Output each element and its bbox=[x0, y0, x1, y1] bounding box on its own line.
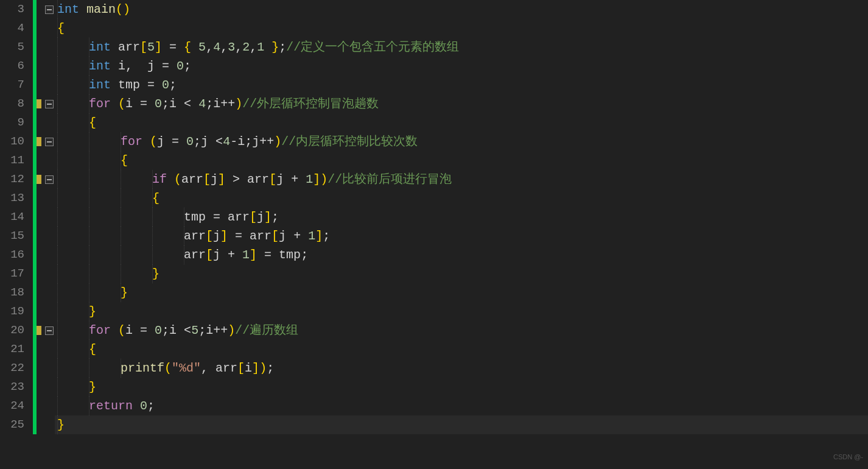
token-br: ( bbox=[164, 361, 172, 375]
fold-gutter[interactable] bbox=[44, 0, 55, 469]
token-id: j bbox=[211, 172, 218, 186]
code-editor[interactable]: 345678910111213141516171819202122232425 … bbox=[0, 0, 868, 469]
token-num: 5 bbox=[191, 323, 198, 337]
code-line[interactable]: tmp = arr[j]; bbox=[55, 208, 868, 227]
code-line[interactable]: } bbox=[55, 302, 868, 321]
code-line[interactable]: { bbox=[55, 113, 868, 132]
fold-cell[interactable] bbox=[44, 57, 55, 76]
code-text: { bbox=[57, 342, 96, 356]
breakpoint-cell[interactable] bbox=[37, 76, 44, 94]
fold-collapse-icon[interactable] bbox=[45, 138, 54, 146]
fold-cell[interactable] bbox=[44, 19, 55, 38]
fold-cell[interactable] bbox=[44, 359, 55, 378]
token-id: arr bbox=[184, 248, 206, 262]
code-line[interactable]: printf("%d", arr[i]); bbox=[55, 359, 868, 378]
fold-collapse-icon[interactable] bbox=[45, 100, 54, 108]
fold-cell[interactable] bbox=[44, 302, 55, 321]
code-line[interactable]: { bbox=[55, 340, 868, 359]
breakpoint-cell[interactable] bbox=[37, 0, 44, 19]
code-line[interactable]: for (i = 0;i <5;i++)//遍历数组 bbox=[55, 321, 868, 340]
fold-cell[interactable] bbox=[44, 340, 55, 359]
breakpoint-cell[interactable] bbox=[37, 227, 44, 245]
fold-cell[interactable] bbox=[44, 415, 55, 434]
breakpoint-cell[interactable] bbox=[37, 189, 44, 208]
breakpoint-cell[interactable] bbox=[37, 397, 44, 415]
token-op: ; bbox=[301, 248, 308, 262]
code-line[interactable]: { bbox=[55, 19, 868, 38]
token-br: ] bbox=[313, 172, 320, 186]
code-text: } bbox=[57, 286, 128, 300]
fold-cell[interactable] bbox=[44, 245, 55, 264]
breakpoint-cell[interactable] bbox=[37, 264, 44, 283]
breakpoint-cell[interactable] bbox=[37, 321, 44, 340]
code-line[interactable]: int i, j = 0; bbox=[55, 57, 868, 76]
breakpoint-cell[interactable] bbox=[37, 151, 44, 170]
breakpoint-gutter[interactable] bbox=[37, 0, 44, 469]
fold-collapse-icon[interactable] bbox=[45, 5, 54, 14]
indent-guide bbox=[89, 38, 89, 57]
code-line[interactable]: int tmp = 0; bbox=[55, 76, 868, 94]
code-line[interactable]: int main() bbox=[55, 0, 868, 19]
fold-cell[interactable] bbox=[44, 321, 55, 340]
breakpoint-cell[interactable] bbox=[37, 38, 44, 57]
code-line[interactable]: arr[j] = arr[j + 1]; bbox=[55, 227, 868, 245]
code-line[interactable]: return 0; bbox=[55, 397, 868, 415]
breakpoint-cell[interactable] bbox=[37, 283, 44, 302]
fold-cell[interactable] bbox=[44, 208, 55, 227]
fold-cell[interactable] bbox=[44, 397, 55, 415]
fold-cell[interactable] bbox=[44, 76, 55, 94]
code-line[interactable]: for (j = 0;j <4-i;j++)//内层循环控制比较次数 bbox=[55, 132, 868, 151]
token-num: 3 bbox=[228, 40, 235, 54]
token-id: j bbox=[147, 59, 155, 73]
line-number-gutter[interactable]: 345678910111213141516171819202122232425 bbox=[0, 0, 33, 469]
fold-collapse-icon[interactable] bbox=[45, 326, 54, 335]
fold-cell[interactable] bbox=[44, 0, 55, 19]
code-line[interactable]: if (arr[j] > arr[j + 1])//比较前后项进行冒泡 bbox=[55, 170, 868, 189]
breakpoint-cell[interactable] bbox=[37, 113, 44, 132]
fold-cell[interactable] bbox=[44, 38, 55, 57]
breakpoint-cell[interactable] bbox=[37, 57, 44, 76]
fold-cell[interactable] bbox=[44, 94, 55, 113]
code-line[interactable]: } bbox=[55, 283, 868, 302]
code-line[interactable]: for (i = 0;i < 4;i++)//外层循环控制冒泡趟数 bbox=[55, 94, 868, 113]
token-op: ; bbox=[162, 323, 169, 337]
token-id: tmp bbox=[184, 210, 206, 224]
fold-cell[interactable] bbox=[44, 151, 55, 170]
fold-cell[interactable] bbox=[44, 189, 55, 208]
fold-cell[interactable] bbox=[44, 170, 55, 189]
breakpoint-cell[interactable] bbox=[37, 19, 44, 38]
breakpoint-cell[interactable] bbox=[37, 208, 44, 227]
breakpoint-cell[interactable] bbox=[37, 245, 44, 264]
fold-cell[interactable] bbox=[44, 227, 55, 245]
indent-guide bbox=[184, 245, 184, 264]
fold-cell[interactable] bbox=[44, 264, 55, 283]
line-number: 18 bbox=[0, 283, 24, 302]
indent-guide bbox=[152, 208, 153, 227]
token-cmt: //比较前后项进行冒泡 bbox=[327, 172, 452, 186]
code-line[interactable]: } bbox=[55, 264, 868, 283]
fold-cell[interactable] bbox=[44, 113, 55, 132]
breakpoint-cell[interactable] bbox=[37, 170, 44, 189]
code-area[interactable]: int main(){int arr[5] = { 5,4,3,2,1 };//… bbox=[55, 0, 868, 469]
token-br: } bbox=[264, 40, 279, 54]
code-line[interactable]: { bbox=[55, 189, 868, 208]
breakpoint-cell[interactable] bbox=[37, 340, 44, 359]
breakpoint-cell[interactable] bbox=[37, 302, 44, 321]
breakpoint-cell[interactable] bbox=[37, 132, 44, 151]
indent-guide bbox=[121, 283, 121, 302]
fold-cell[interactable] bbox=[44, 132, 55, 151]
breakpoint-cell[interactable] bbox=[37, 415, 44, 434]
code-line[interactable]: int arr[5] = { 5,4,3,2,1 };//定义一个包含五个元素的… bbox=[55, 38, 868, 57]
code-line[interactable]: } bbox=[55, 415, 868, 434]
code-line[interactable]: arr[j + 1] = tmp; bbox=[55, 245, 868, 264]
fold-cell[interactable] bbox=[44, 283, 55, 302]
breakpoint-cell[interactable] bbox=[37, 359, 44, 378]
fold-collapse-icon[interactable] bbox=[45, 175, 54, 184]
breakpoint-cell[interactable] bbox=[37, 378, 44, 397]
indent-guide bbox=[57, 321, 58, 340]
fold-cell[interactable] bbox=[44, 378, 55, 397]
token-br: [ bbox=[203, 172, 211, 186]
code-line[interactable]: } bbox=[55, 378, 868, 397]
code-line[interactable]: { bbox=[55, 151, 868, 170]
breakpoint-cell[interactable] bbox=[37, 94, 44, 113]
